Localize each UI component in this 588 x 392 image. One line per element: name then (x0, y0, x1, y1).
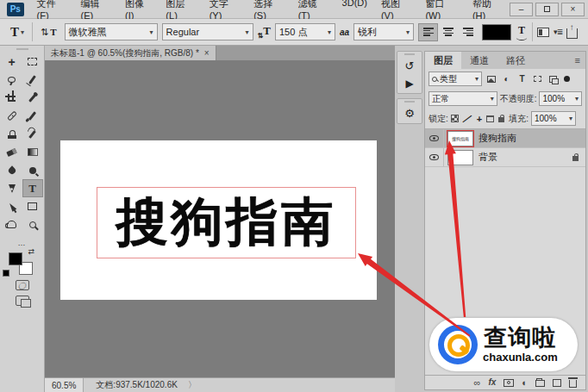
dodge-icon (29, 167, 36, 174)
grip[interactable] (404, 53, 415, 55)
toggle-panels-icon[interactable] (537, 28, 549, 37)
tools-grip[interactable] (0, 46, 44, 53)
edit-toolbar-icon[interactable]: … (18, 239, 27, 247)
close-button[interactable]: × (561, 3, 585, 16)
history-panel-icon[interactable]: ↺ (405, 60, 415, 72)
pen-tool[interactable] (2, 179, 22, 197)
gradient-tool[interactable] (22, 143, 43, 161)
filter-pixel-button[interactable] (485, 73, 497, 85)
close-tab-icon[interactable]: × (204, 48, 210, 58)
filter-shape-button[interactable] (531, 73, 544, 85)
tools-panel: + T … ⇄ ◯ (0, 46, 45, 392)
lock-all-icon[interactable] (498, 117, 504, 122)
lock-transparency-icon[interactable] (451, 115, 459, 122)
warp-text-icon[interactable]: T (516, 24, 528, 40)
align-left-button[interactable] (418, 23, 438, 41)
history-brush-tool[interactable] (22, 125, 43, 143)
font-size-select[interactable]: 150 点▾ (275, 23, 335, 40)
share-icon[interactable] (566, 28, 578, 39)
lock-row: 锁定: ／ + 填充: 100%▾ (425, 109, 585, 128)
artboard[interactable]: 搜狗指南 (60, 140, 377, 300)
layer-row-text[interactable]: 搜狗指南 搜狗指南 (425, 129, 585, 148)
text-orientation-button[interactable]: ⇅T (37, 25, 60, 40)
new-layer-icon[interactable] (553, 379, 561, 387)
add-mask-icon[interactable] (504, 379, 514, 387)
layer-style-icon[interactable]: fx (488, 378, 496, 387)
filter-type-select[interactable]: 类型 ▾ (428, 72, 482, 86)
filter-type-button[interactable]: T (516, 73, 529, 85)
panel-options-icon[interactable]: ▾≣ (554, 28, 562, 36)
link-layers-icon[interactable]: ∞ (474, 378, 481, 387)
tab-paths[interactable]: 路径 (497, 52, 534, 70)
opacity-select[interactable]: 100%▾ (539, 91, 582, 106)
document-tab[interactable]: 未标题-1 @ 60.5%(搜狗指南, RGB/8) * × (45, 46, 216, 60)
zoom-tool[interactable] (22, 215, 43, 233)
crop-icon (8, 94, 16, 102)
rectangle-tool[interactable] (22, 197, 43, 215)
zoom-level-field[interactable]: 60.5% (45, 378, 84, 392)
filter-adjustment-button[interactable]: ◐ (500, 73, 513, 85)
text-color-swatch[interactable] (482, 24, 511, 40)
font-family-select[interactable]: 微软雅黑▾ (65, 23, 158, 40)
maximize-button[interactable] (535, 3, 559, 16)
eyedropper-tool[interactable] (22, 89, 43, 107)
delete-layer-icon[interactable] (569, 380, 577, 388)
screen-mode-button[interactable] (16, 296, 29, 306)
layer-thumbnail[interactable]: 搜狗指南 (447, 131, 473, 146)
anti-alias-select[interactable]: 锐利▾ (353, 23, 414, 40)
path-selection-tool[interactable] (2, 197, 22, 215)
actions-panel-icon[interactable]: ▶ (405, 78, 413, 90)
marquee-tool[interactable] (22, 53, 43, 71)
blend-mode-select[interactable]: 正常▾ (428, 91, 497, 106)
layer-name[interactable]: 背景 (479, 151, 497, 164)
type-tool-preset-button[interactable]: T ▾ (7, 23, 28, 41)
swap-colors-icon[interactable]: ⇄ (28, 247, 34, 256)
type-tool[interactable]: T (22, 179, 43, 197)
eraser-tool[interactable] (2, 143, 22, 161)
adjustment-layer-icon[interactable]: ◐ (522, 378, 528, 387)
new-group-icon[interactable] (535, 380, 545, 387)
lock-paint-icon[interactable]: ／ (462, 111, 473, 126)
crop-tool[interactable] (2, 89, 22, 107)
healing-brush-tool[interactable] (2, 107, 22, 125)
lock-position-icon[interactable]: + (477, 114, 482, 124)
color-swatches[interactable]: ⇄ (9, 252, 33, 275)
default-colors-icon[interactable] (3, 270, 9, 277)
fill-select[interactable]: 100%▾ (531, 111, 576, 126)
panel-menu-icon[interactable]: ≡ (575, 55, 585, 65)
tab-channels[interactable]: 通道 (461, 52, 497, 70)
window-controls: – × (510, 3, 588, 16)
layer-name[interactable]: 搜狗指南 (479, 132, 516, 145)
layer-row-background[interactable]: 背景 (425, 148, 585, 167)
minimize-button[interactable]: – (510, 3, 533, 16)
properties-panel-icon[interactable]: ⚙ (404, 108, 415, 120)
blur-tool[interactable] (2, 161, 22, 179)
tab-layers[interactable]: 图层 (425, 52, 461, 70)
filter-smart-object-button[interactable] (547, 73, 560, 85)
text-selection-bounds[interactable]: 搜狗指南 (97, 187, 356, 258)
gradient-icon (28, 148, 38, 156)
align-right-button[interactable] (458, 23, 478, 41)
quick-selection-tool[interactable] (22, 71, 43, 89)
font-style-select[interactable]: Regular▾ (162, 23, 253, 40)
hand-tool[interactable] (2, 215, 22, 233)
anti-alias-value: 锐利 (358, 26, 377, 39)
canvas-pasteboard[interactable]: 搜狗指南 (45, 60, 395, 377)
layer-filter-row: 类型 ▾ ◐ T (425, 69, 585, 89)
visibility-cell[interactable] (425, 129, 444, 147)
canvas-text[interactable]: 搜狗指南 (116, 188, 337, 258)
align-center-button[interactable] (438, 23, 458, 41)
lock-artboard-icon[interactable] (486, 115, 494, 122)
filter-toggle-icon[interactable] (564, 76, 570, 82)
clone-stamp-tool[interactable] (2, 125, 22, 143)
visibility-cell[interactable] (425, 148, 444, 166)
lasso-tool[interactable] (2, 71, 22, 89)
layer-thumbnail[interactable] (447, 150, 473, 165)
status-chevron-icon[interactable]: 〉 (188, 379, 197, 391)
brush-tool[interactable] (22, 107, 43, 125)
grip[interactable] (404, 101, 415, 103)
foreground-color[interactable] (9, 252, 22, 265)
move-tool[interactable]: + (2, 53, 22, 71)
dodge-tool[interactable] (22, 161, 43, 179)
quick-mask-button[interactable]: ◯ (16, 280, 29, 290)
